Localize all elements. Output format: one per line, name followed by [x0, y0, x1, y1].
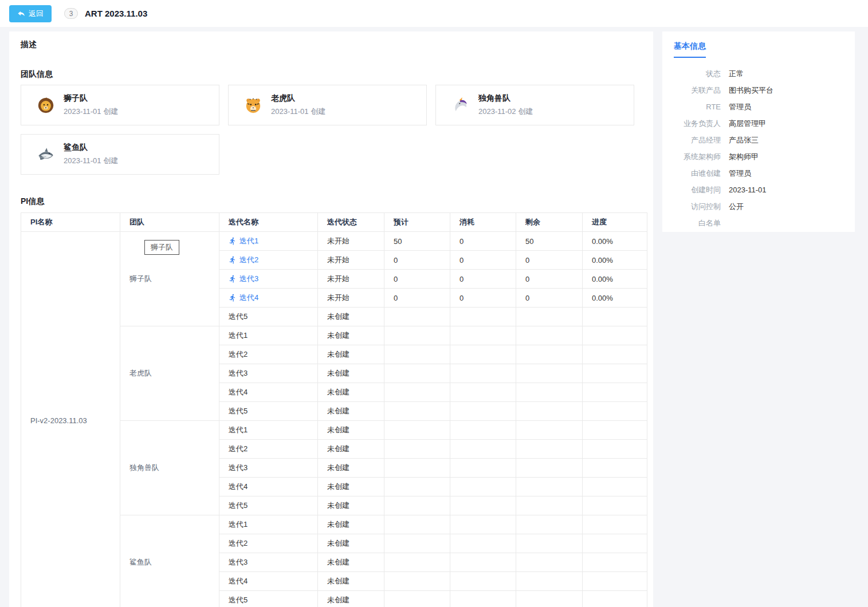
left-cell: 0	[516, 251, 583, 270]
iteration-status-cell: 未创建	[318, 496, 384, 515]
iteration-status-cell: 未开始	[318, 251, 384, 270]
estimate-cell	[384, 478, 450, 496]
consumed-cell	[450, 345, 516, 364]
estimate-cell	[384, 534, 450, 553]
info-field-label: RTE	[674, 103, 721, 112]
info-field-row: 关联产品 图书购买平台	[674, 86, 843, 95]
iteration-name-cell: 迭代3	[219, 459, 318, 478]
progress-cell	[583, 496, 647, 515]
topbar: 返回 3 ART 2023.11.03	[0, 0, 868, 27]
progress-cell	[583, 591, 647, 607]
info-field-label: 业务负责人	[674, 119, 721, 128]
consumed-cell: 0	[450, 270, 516, 289]
basic-info-tab[interactable]: 基本信息	[674, 41, 706, 58]
basic-info-fields: 状态 正常 关联产品 图书购买平台 RTE 管理员 业务负责人 高层管理甲 产品…	[674, 69, 843, 228]
estimate-cell	[384, 383, 450, 402]
left-cell	[516, 478, 583, 496]
left-cell: 0	[516, 289, 583, 308]
unicorn-icon	[452, 97, 469, 114]
team-card-created: 2023-11-02 创建	[478, 107, 533, 117]
left-cell	[516, 440, 583, 459]
iteration-status-cell: 未创建	[318, 345, 384, 364]
back-button-label: 返回	[29, 9, 44, 19]
estimate-cell	[384, 553, 450, 572]
iteration-name-cell: 迭代5	[219, 591, 318, 607]
team-section-heading: 团队信息	[21, 69, 647, 78]
back-button[interactable]: 返回	[9, 5, 52, 22]
info-field-value: 产品张三	[729, 136, 759, 145]
progress-cell	[583, 478, 647, 496]
pi-table-column-header: 预计	[384, 213, 450, 232]
progress-cell	[583, 383, 647, 402]
iteration-status-cell: 未创建	[318, 459, 384, 478]
info-field-row: 产品经理 产品张三	[674, 136, 843, 145]
unicorn-icon	[452, 97, 469, 114]
progress-cell	[583, 459, 647, 478]
iteration-link[interactable]: 迭代3	[229, 274, 258, 284]
left-cell: 0	[516, 270, 583, 289]
iteration-name-cell: 迭代2	[219, 345, 318, 364]
consumed-cell: 0	[450, 289, 516, 308]
consumed-cell	[450, 553, 516, 572]
team-cards: 狮子队 2023-11-01 创建 老虎队 2023-11-01 创建 独角兽队…	[21, 85, 647, 175]
left-cell	[516, 496, 583, 515]
iteration-name-cell: 迭代4	[219, 572, 318, 591]
consumed-cell	[450, 534, 516, 553]
consumed-cell: 0	[450, 251, 516, 270]
description-heading: 描述	[21, 40, 647, 49]
progress-cell	[583, 402, 647, 421]
pi-table-column-header: 团队	[120, 213, 219, 232]
team-card[interactable]: 鲨鱼队 2023-11-01 创建	[21, 134, 219, 175]
iteration-status-cell: 未创建	[318, 421, 384, 440]
iteration-link[interactable]: 迭代2	[229, 255, 258, 265]
iteration-name-cell: 迭代3	[219, 364, 318, 383]
page-title: ART 2023.11.03	[85, 9, 147, 18]
consumed-cell	[450, 478, 516, 496]
team-name-cell: 鲨鱼队	[120, 515, 219, 607]
iteration-status-cell: 未创建	[318, 308, 384, 326]
iteration-status-cell: 未创建	[318, 553, 384, 572]
team-card[interactable]: 老虎队 2023-11-01 创建	[228, 85, 427, 125]
consumed-cell	[450, 364, 516, 383]
iteration-name-cell: 迭代5	[219, 496, 318, 515]
left-cell	[516, 402, 583, 421]
progress-cell	[583, 421, 647, 440]
estimate-cell	[384, 459, 450, 478]
iteration-status-cell: 未开始	[318, 289, 384, 308]
team-card[interactable]: 独角兽队 2023-11-02 创建	[435, 85, 634, 125]
iteration-link[interactable]: 迭代1	[229, 236, 258, 246]
estimate-cell	[384, 421, 450, 440]
left-cell	[516, 345, 583, 364]
estimate-cell: 50	[384, 232, 450, 251]
consumed-cell	[450, 572, 516, 591]
progress-cell	[583, 572, 647, 591]
team-name-cell: 老虎队	[120, 326, 219, 421]
pi-table-column-header: 迭代名称	[219, 213, 318, 232]
pi-section-heading: PI信息	[21, 196, 647, 206]
info-field-row: 由谁创建 管理员	[674, 169, 843, 178]
iteration-status-cell: 未创建	[318, 534, 384, 553]
iteration-name-cell: 迭代5	[219, 308, 318, 326]
pi-table-column-header: 剩余	[516, 213, 583, 232]
iteration-link[interactable]: 迭代4	[229, 293, 258, 303]
team-card[interactable]: 狮子队 2023-11-01 创建	[21, 85, 219, 125]
left-cell	[516, 459, 583, 478]
team-name-tooltip: 狮子队	[144, 240, 179, 255]
left-cell	[516, 326, 583, 345]
count-badge: 3	[64, 8, 78, 19]
left-cell	[516, 553, 583, 572]
left-cell	[516, 572, 583, 591]
progress-cell	[583, 308, 647, 326]
estimate-cell	[384, 326, 450, 345]
info-field-label: 产品经理	[674, 136, 721, 145]
team-card-created: 2023-11-01 创建	[271, 107, 325, 117]
progress-cell	[583, 364, 647, 383]
progress-cell	[583, 534, 647, 553]
consumed-cell	[450, 326, 516, 345]
iteration-status-cell: 未创建	[318, 440, 384, 459]
consumed-cell	[450, 402, 516, 421]
iteration-status-cell: 未创建	[318, 383, 384, 402]
left-cell	[516, 515, 583, 534]
main-panel: 描述 团队信息 狮子队 2023-11-01 创建 老虎队 2023-11-0	[9, 31, 653, 607]
consumed-cell	[450, 496, 516, 515]
